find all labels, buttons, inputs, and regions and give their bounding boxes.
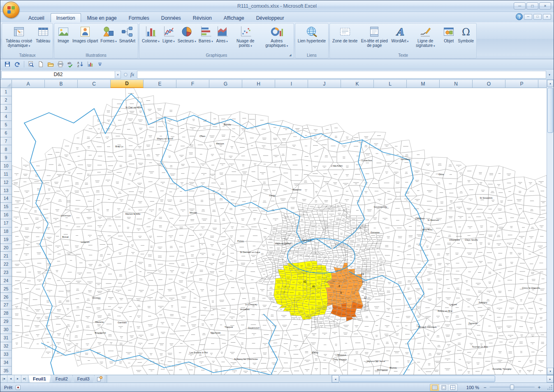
vertical-scroll-thumb[interactable] [547,88,553,133]
ribbon-tab-accueil[interactable]: Accueil [23,13,50,22]
scroll-up-button[interactable]: ▴ [547,80,554,87]
sheet-tab-feuil3[interactable]: Feuil3 [73,375,95,383]
row-header-15[interactable]: 15 [0,203,12,211]
ribbon-button-en-tete-et-pied-de-page[interactable]: En-tête et pied de page [359,24,390,48]
ribbon-tab-donnees[interactable]: Données [155,13,187,22]
column-header-P[interactable]: P [505,80,538,88]
ribbon-button-formes[interactable]: Formes ▾ [99,24,118,44]
zoom-slider-track[interactable] [489,387,535,388]
row-header-16[interactable]: 16 [0,211,12,219]
open-button[interactable] [46,60,55,68]
scroll-down-button[interactable]: ▾ [547,368,554,375]
row-header-32[interactable]: 32 [0,342,12,350]
ribbon-button-nuage-de-points[interactable]: Nuage de points ▾ [230,24,261,48]
row-header-1[interactable]: 1 [0,88,12,96]
row-header-25[interactable]: 25 [0,285,12,293]
ribbon-button-zone-de-texte[interactable]: Zone de texte [331,24,359,43]
column-header-F[interactable]: F [176,80,209,88]
row-header-4[interactable]: 4 [0,113,12,121]
column-header-B[interactable]: B [45,80,78,88]
maximize-button[interactable]: □ [526,2,538,9]
ribbon-button-tableau-croise-dynamique[interactable]: Tableau croisé dynamique ▾ [3,24,35,48]
row-header-8[interactable]: 8 [0,145,12,153]
row-header-24[interactable]: 24 [0,276,12,285]
map-object[interactable]: St Clair sur EpteMagny en VexinBray LuCh… [12,88,547,375]
row-header-22[interactable]: 22 [0,260,12,268]
insert-worksheet-button[interactable] [95,375,105,383]
dialog-launcher-button[interactable]: ◢ [288,53,293,58]
chart-button[interactable] [86,60,95,68]
workbook-close-button[interactable]: × [543,14,551,20]
column-header-E[interactable]: E [144,80,176,88]
tab-split-handle[interactable] [105,375,108,383]
ribbon-button-autres-graphiques[interactable]: Autres graphiques ▾ [261,24,292,48]
column-header-G[interactable]: G [209,80,242,88]
ribbon-tab-formules[interactable]: Formules [123,13,155,22]
ribbon-button-barres[interactable]: Barres ▾ [197,24,214,44]
spelling-button[interactable]: ab [66,60,75,68]
zoom-out-button[interactable]: − [482,385,487,390]
ribbon-tab-insertion[interactable]: Insertion [51,13,81,22]
horizontal-scrollbar[interactable]: ◂ ▸ [331,375,554,383]
row-header-19[interactable]: 19 [0,236,12,244]
row-header-3[interactable]: 3 [0,104,12,113]
row-header-10[interactable]: 10 [0,162,12,170]
ribbon-tab-mise-en-page[interactable]: Mise en page [81,13,123,22]
ribbon-tab-developpeur[interactable]: Développeur [250,13,290,22]
expand-formula-bar-button[interactable]: ▾ [546,71,553,79]
ribbon-button-ligne[interactable]: Ligne ▾ [161,24,176,44]
column-header-C[interactable]: C [78,80,111,88]
ribbon-button-secteurs[interactable]: Secteurs ▾ [176,24,197,44]
ribbon-button-tableau[interactable]: Tableau [35,24,51,43]
ribbon-button-smartart[interactable]: SmartArt [118,24,137,43]
sheet-tab-feuil1[interactable]: Feuil1 [28,375,51,383]
ribbon-button-symbole[interactable]: ΩSymbole [457,24,475,43]
row-header-7[interactable]: 7 [0,137,12,146]
zoom-slider-thumb[interactable] [510,385,514,390]
formula-bar-split-handle[interactable] [124,73,127,77]
row-header-18[interactable]: 18 [0,227,12,236]
column-header-L[interactable]: L [374,80,407,88]
last-sheet-button[interactable]: ▸| [21,375,28,383]
zoom-slider[interactable]: − + [482,385,542,390]
row-header-33[interactable]: 33 [0,350,12,359]
page-layout-view-button[interactable] [439,384,448,391]
zoom-in-button[interactable]: + [537,385,542,390]
row-header-2[interactable]: 2 [0,96,12,104]
save-button[interactable] [3,60,12,68]
workbook-minimize-button[interactable]: ─ [524,14,532,20]
row-header-35[interactable]: 35 [0,366,12,375]
vertical-scrollbar[interactable]: ▴ ▾ [547,80,554,375]
minimize-button[interactable]: ─ [514,2,526,9]
column-header-A[interactable]: A [12,80,45,88]
formula-input[interactable] [137,71,546,79]
row-header-12[interactable]: 12 [0,178,12,186]
next-sheet-button[interactable]: ▸ [14,375,21,383]
ribbon-tab-affichage[interactable]: Affichage [218,13,250,22]
row-header-27[interactable]: 27 [0,301,12,309]
row-header-9[interactable]: 9 [0,153,12,162]
scroll-left-button[interactable]: ◂ [332,375,339,383]
insert-function-button[interactable]: fx [130,71,134,78]
ribbon-button-colonne[interactable]: Colonne ▾ [141,24,161,44]
row-header-31[interactable]: 31 [0,334,12,342]
row-header-29[interactable]: 29 [0,318,12,326]
row-header-11[interactable]: 11 [0,170,12,178]
column-header-N[interactable]: N [440,80,473,88]
column-header-O[interactable]: O [473,80,505,88]
ribbon-button-lien-hypertexte[interactable]: Lien hypertexte [297,24,327,43]
column-header-H[interactable]: H [242,80,275,88]
name-box[interactable]: D62 [1,71,115,79]
column-header-J[interactable]: J [308,80,341,88]
row-header-14[interactable]: 14 [0,195,12,203]
row-header-13[interactable]: 13 [0,186,12,195]
column-header-D[interactable]: D [111,80,144,88]
row-header-34[interactable]: 34 [0,358,12,366]
row-header-28[interactable]: 28 [0,309,12,318]
ribbon-button-images-clipart[interactable]: Images clipart [71,24,99,43]
name-box-dropdown-icon[interactable]: ▾ [115,71,121,79]
ribbon-button-aires[interactable]: Aires ▾ [214,24,230,44]
row-header-26[interactable]: 26 [0,293,12,301]
column-header-I[interactable]: I [275,80,308,88]
row-header-6[interactable]: 6 [0,129,12,137]
